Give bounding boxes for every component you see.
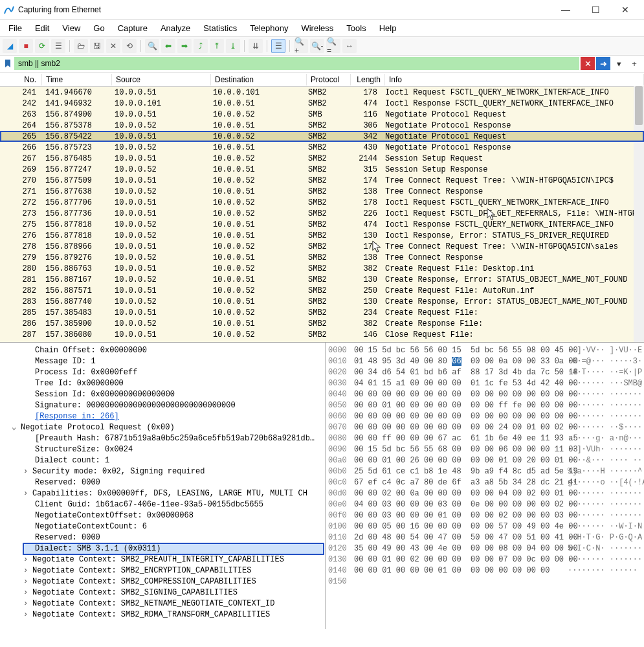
- filter-dropdown-icon[interactable]: ▾: [612, 57, 626, 70]
- detail-tree-line[interactable]: Security mode: 0x02, Signing required: [4, 466, 324, 477]
- packet-row[interactable]: 279156.87927610.0.0.5210.0.0.51SMB2138Tr…: [0, 252, 644, 263]
- detail-tree-line[interactable]: StructureSize: 0x0024: [4, 444, 324, 455]
- packet-row[interactable]: 285157.38548310.0.0.5110.0.0.52SMB2234Cr…: [0, 307, 644, 318]
- detail-tree-line[interactable]: NegotiateContextCount: 6: [4, 521, 324, 532]
- column-header-no[interactable]: No.: [0, 74, 42, 85]
- detail-tree-line[interactable]: [Response in: 266]: [4, 411, 324, 422]
- minimize-button[interactable]: —: [551, 0, 581, 19]
- detail-tree-line[interactable]: Tree Id: 0x00000000: [4, 378, 324, 389]
- column-header-protocol[interactable]: Protocol: [307, 74, 351, 85]
- go-to-packet-icon[interactable]: ⤴: [194, 39, 208, 53]
- close-button[interactable]: ✕: [610, 0, 640, 19]
- hex-row[interactable]: 009000 15 5d bc 56 55 68 00 00 00 06 00 …: [328, 444, 641, 455]
- menu-telephony[interactable]: Telephony: [244, 21, 294, 35]
- zoom-out-icon[interactable]: 🔍-: [310, 39, 324, 53]
- packet-row[interactable]: 272156.87770610.0.0.5110.0.0.52SMB2178Io…: [0, 197, 644, 208]
- clear-filter-button[interactable]: ✕: [581, 57, 595, 70]
- add-filter-button[interactable]: +: [627, 57, 641, 70]
- go-back-icon[interactable]: ⬅: [161, 39, 175, 53]
- detail-tree-line[interactable]: Reserved: 0000: [4, 532, 324, 543]
- detail-tree-line[interactable]: Negotiate Context: SMB2_RDMA_TRANSFORM_C…: [4, 609, 324, 620]
- column-header-source[interactable]: Source: [112, 74, 211, 85]
- packet-row[interactable]: 271156.87763810.0.0.5210.0.0.51SMB2138Tr…: [0, 186, 644, 197]
- menu-go[interactable]: Go: [87, 21, 110, 35]
- resize-columns-icon[interactable]: ↔: [342, 39, 357, 53]
- detail-tree-line[interactable]: Process Id: 0x0000feff: [4, 367, 324, 378]
- detail-tree-line[interactable]: Chain Offset: 0x00000000: [4, 345, 324, 356]
- reload-icon[interactable]: ⟲: [122, 39, 137, 53]
- packet-row[interactable]: 269156.87724710.0.0.5210.0.0.51SMB2315Se…: [0, 164, 644, 175]
- open-file-icon[interactable]: 🗁: [74, 39, 88, 53]
- detail-tree-line[interactable]: Session Id: 0x0000000000000000: [4, 389, 324, 400]
- hex-row[interactable]: 00b025 5d 61 ce c1 b8 1e 48 9b a9 f4 8c …: [328, 466, 641, 477]
- detail-tree-line[interactable]: NegotiateContextOffset: 0x00000068: [4, 510, 324, 521]
- hex-row[interactable]: 0150: [328, 576, 641, 587]
- menu-view[interactable]: View: [56, 21, 86, 35]
- hex-row[interactable]: 01102d 00 48 00 54 00 47 00 50 00 47 00 …: [328, 532, 641, 543]
- menu-help[interactable]: Help: [373, 21, 403, 35]
- packet-row[interactable]: 287157.38608010.0.0.5110.0.0.52SMB2146Cl…: [0, 329, 644, 340]
- column-header-destination[interactable]: Destination: [211, 74, 307, 85]
- go-forward-icon[interactable]: ➡: [177, 39, 192, 53]
- packet-row[interactable]: 273156.87773610.0.0.5110.0.0.52SMB2226Io…: [0, 208, 644, 219]
- packet-list-header[interactable]: No. Time Source Destination Protocol Len…: [0, 73, 644, 87]
- detail-tree-line[interactable]: Dialect count: 1: [4, 455, 324, 466]
- zoom-in-icon[interactable]: 🔍+: [294, 39, 308, 53]
- packet-row[interactable]: 242141.94693210.0.0.10110.0.0.51SMB2474I…: [0, 98, 644, 109]
- hex-row[interactable]: 00e004 00 03 00 00 00 03 00 0e 00 00 00 …: [328, 499, 641, 510]
- hex-row[interactable]: 00d000 00 02 00 0a 00 00 00 00 00 04 00 …: [328, 488, 641, 499]
- packet-row[interactable]: 263156.87490010.0.0.5110.0.0.52SMB116Neg…: [0, 109, 644, 120]
- close-file-icon[interactable]: ✕: [106, 39, 120, 53]
- packet-row[interactable]: 275156.87781810.0.0.5210.0.0.51SMB2474Io…: [0, 219, 644, 230]
- packet-row[interactable]: 241141.94667010.0.0.5110.0.0.101SMB2178I…: [0, 87, 644, 98]
- stop-capture-icon[interactable]: ■: [19, 39, 33, 53]
- hex-row[interactable]: 014000 00 01 00 00 00 01 00 00 00 00 00 …: [328, 565, 641, 576]
- hex-row[interactable]: 013000 00 01 00 02 00 00 00 00 00 07 00 …: [328, 554, 641, 565]
- autoscroll-icon[interactable]: ⇊: [249, 39, 263, 53]
- hex-row[interactable]: 004000 00 00 00 00 00 00 00 00 00 00 00 …: [328, 389, 641, 400]
- capture-options-icon[interactable]: ☰: [51, 39, 65, 53]
- packet-row[interactable]: 281156.88716710.0.0.5210.0.0.51SMB2130Cr…: [0, 274, 644, 285]
- packet-row[interactable]: 267156.87648510.0.0.5110.0.0.52SMB22144S…: [0, 153, 644, 164]
- packet-row[interactable]: 282156.88757110.0.0.5110.0.0.52SMB2250Cr…: [0, 285, 644, 296]
- packet-row[interactable]: 286157.38590010.0.0.5210.0.0.51SMB2382Cr…: [0, 318, 644, 329]
- apply-filter-button[interactable]: ➜: [596, 57, 610, 70]
- packet-list-body[interactable]: 241141.94667010.0.0.5110.0.0.101SMB2178I…: [0, 87, 644, 342]
- start-capture-icon[interactable]: ◢: [3, 39, 17, 53]
- detail-tree-line[interactable]: Negotiate Context: SMB2_PREAUTH_INTEGRIT…: [4, 554, 324, 565]
- column-header-length[interactable]: Length: [351, 74, 385, 85]
- hex-row[interactable]: 001001 48 95 3d 40 00 80 06 00 00 0a 00 …: [328, 356, 641, 367]
- detail-tree-line[interactable]: Dialect: SMB 3.1.1 (0x0311): [23, 543, 324, 554]
- hex-row[interactable]: 000000 15 5d bc 56 56 00 15 5d bc 56 55 …: [328, 345, 641, 356]
- menu-tools[interactable]: Tools: [340, 21, 372, 35]
- menu-file[interactable]: File: [3, 21, 28, 35]
- packet-row[interactable]: 280156.88676310.0.0.5110.0.0.52SMB2382Cr…: [0, 263, 644, 274]
- hex-row[interactable]: 010000 00 05 00 16 00 00 00 00 00 57 00 …: [328, 521, 641, 532]
- hex-row[interactable]: 005000 00 01 00 00 00 00 00 00 00 ff fe …: [328, 400, 641, 411]
- save-file-icon[interactable]: 🖫: [90, 39, 104, 53]
- hex-row[interactable]: 007000 00 00 00 00 00 00 00 00 00 24 00 …: [328, 422, 641, 433]
- detail-tree-line[interactable]: [Preauth Hash: 67871b519a8a0b5c259a6ce5f…: [4, 433, 324, 444]
- packet-row[interactable]: 265156.87542210.0.0.5110.0.0.52SMB2342Ne…: [0, 131, 644, 142]
- hex-row[interactable]: 00f000 00 03 00 00 00 01 00 00 00 02 00 …: [328, 510, 641, 521]
- packet-details-pane[interactable]: Chain Offset: 0x00000000Message ID: 1Pro…: [0, 343, 326, 629]
- detail-tree-line[interactable]: Reserved: 0000: [4, 477, 324, 488]
- detail-tree-line[interactable]: Signature: 00000000000000000000000000000…: [4, 400, 324, 411]
- packet-row[interactable]: 283156.88774010.0.0.5210.0.0.51SMB2130Cr…: [0, 296, 644, 307]
- colorize-icon[interactable]: ☰: [271, 39, 285, 53]
- packet-bytes-pane[interactable]: 000000 15 5d bc 56 56 00 15 5d bc 56 55 …: [326, 343, 644, 629]
- packet-row[interactable]: 276156.87781810.0.0.5210.0.0.51SMB2130Io…: [0, 230, 644, 241]
- restart-capture-icon[interactable]: ⟳: [35, 39, 49, 53]
- hex-row[interactable]: 00c067 ef c4 0c a7 80 de 6f a3 a8 5b 34 …: [328, 477, 641, 488]
- packet-row[interactable]: 278156.87896610.0.0.5110.0.0.52SMB2176Tr…: [0, 241, 644, 252]
- menu-wireless[interactable]: Wireless: [295, 21, 339, 35]
- detail-tree-line[interactable]: Negotiate Context: SMB2_NETNAME_NEGOTIAT…: [4, 598, 324, 609]
- zoom-reset-icon[interactable]: 🔍=: [326, 39, 340, 53]
- go-last-icon[interactable]: ⤓: [226, 39, 240, 53]
- column-header-info[interactable]: Info: [385, 74, 644, 85]
- detail-tree-line[interactable]: Client Guid: 1b61ac67-406e-11ee-93a5-001…: [4, 499, 324, 510]
- detail-tree-line[interactable]: Negotiate Context: SMB2_SIGNING_CAPABILI…: [4, 587, 324, 598]
- hex-row[interactable]: 003004 01 15 a1 00 00 00 00 01 1c fe 53 …: [328, 378, 641, 389]
- go-first-icon[interactable]: ⤒: [210, 39, 224, 53]
- packet-row[interactable]: 288157.38619910.0.0.5210.0.0.51SMB2182Cl…: [0, 340, 644, 342]
